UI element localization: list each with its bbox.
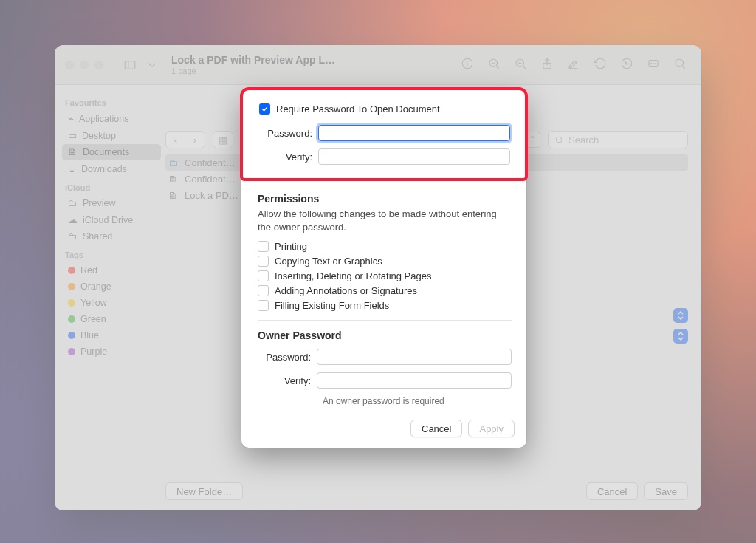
svg-point-16 [651, 64, 652, 64]
view-mode-icon[interactable]: ▦ [213, 131, 233, 148]
search-icon[interactable] [673, 57, 687, 72]
svg-line-20 [682, 66, 685, 69]
zoom-in-icon[interactable] [514, 57, 527, 72]
require-password-label: Require Password To Open Document [276, 103, 440, 115]
format-select-icon[interactable] [673, 308, 688, 323]
folder-icon: 🗀 [167, 157, 179, 168]
sidebar-group-tags: Tags [65, 250, 158, 259]
owner-verify-label: Verify: [258, 375, 317, 386]
owner-password-header: Owner Password [258, 329, 512, 341]
minimize-dot[interactable] [80, 61, 89, 69]
sidebar-group-icloud: iCloud [65, 183, 158, 192]
tag-dot-icon [68, 348, 75, 355]
svg-point-21 [556, 137, 562, 143]
owner-password-input[interactable] [317, 349, 512, 365]
chevron-left-icon[interactable]: ‹ [166, 132, 185, 148]
rotate-icon[interactable] [594, 57, 607, 72]
owner-password-label: Password: [258, 352, 317, 363]
window-subtitle: 1 page [171, 66, 335, 75]
sidebar-item-applications[interactable]: ⌁Applications [62, 110, 161, 127]
open-password-input[interactable] [318, 125, 510, 141]
svg-line-22 [561, 141, 563, 143]
highlight-icon[interactable] [567, 57, 580, 72]
open-password-verify-input[interactable] [318, 148, 510, 165]
svg-point-17 [653, 64, 654, 64]
dialog-cancel-button[interactable]: Cancel [410, 420, 462, 437]
folder-icon: 🗀 [68, 198, 78, 208]
permissions-blurb: Allow the following changes to be made w… [258, 208, 512, 233]
sidebar-item-preview[interactable]: 🗀Preview [62, 195, 161, 211]
perm-annotations-checkbox[interactable] [258, 285, 269, 296]
require-password-checkbox[interactable] [259, 103, 270, 115]
crop-icon[interactable] [647, 57, 660, 72]
app-icon: ⌁ [68, 113, 74, 124]
sidebar-tag-red[interactable]: Red [62, 262, 161, 279]
search-icon [554, 135, 564, 145]
owner-required-note: An owner password is required [323, 396, 512, 406]
sheet-save-button[interactable]: Save [644, 482, 688, 500]
perm-formfields-checkbox[interactable] [258, 300, 269, 311]
chevron-right-icon[interactable]: › [185, 132, 205, 148]
tag-dot-icon [68, 332, 75, 339]
file-icon: 🗎 [167, 189, 179, 201]
sidebar-item-desktop[interactable]: ▭Desktop [62, 127, 161, 144]
encryption-select-icon[interactable] [673, 329, 688, 344]
perm-label: Inserting, Deleting or Rotating Pages [275, 270, 431, 281]
zoom-out-icon[interactable] [487, 57, 501, 72]
perm-copying-checkbox[interactable] [258, 256, 269, 267]
password-dialog: Require Password To Open Document Passwo… [241, 89, 526, 448]
verify-label: Verify: [259, 151, 318, 163]
desktop-icon: ▭ [68, 130, 77, 141]
documents-icon: 🗎 [68, 147, 78, 157]
svg-point-19 [676, 59, 684, 67]
markup-icon[interactable] [620, 57, 633, 72]
window-title: Lock a PDF with Preview App L… [171, 54, 335, 66]
chevron-down-icon[interactable] [142, 55, 162, 75]
perm-label: Adding Annotations or Signatures [275, 285, 417, 296]
search-placeholder: Search [568, 134, 599, 146]
info-icon[interactable] [461, 57, 474, 72]
cloud-icon: ☁ [68, 214, 78, 225]
dialog-apply-button[interactable]: Apply [468, 420, 515, 437]
perm-label: Filling Existing Form Fields [275, 300, 389, 311]
require-password-section: Require Password To Open Document Passwo… [240, 87, 528, 181]
perm-label: Copying Text or Graphics [275, 256, 382, 267]
sidebar-tag-green[interactable]: Green [62, 311, 161, 327]
sidebar-item-documents[interactable]: 🗎Documents [62, 144, 161, 160]
sidebar-tag-orange[interactable]: Orange [62, 279, 161, 295]
owner-password-verify-input[interactable] [317, 372, 512, 389]
perm-inserting-checkbox[interactable] [258, 270, 269, 281]
downloads-icon: ⤓ [68, 163, 76, 174]
sidebar-tag-yellow[interactable]: Yellow [62, 295, 161, 311]
sidebar-group-favourites: Favourites [65, 98, 158, 107]
finder-sidebar: Favourites ⌁Applications ▭Desktop 🗎Docum… [55, 85, 165, 510]
new-folder-button[interactable]: New Folde… [165, 482, 243, 500]
nav-back-forward[interactable]: ‹ › [165, 131, 205, 148]
permissions-header: Permissions [258, 193, 512, 205]
sidebar-item-downloads[interactable]: ⤓Downloads [62, 160, 161, 177]
window-controls [65, 61, 103, 69]
sidebar-tag-purple[interactable]: Purple [62, 344, 161, 360]
tag-dot-icon [68, 299, 75, 307]
svg-point-4 [467, 61, 468, 62]
tag-dot-icon [68, 283, 75, 290]
close-dot[interactable] [65, 61, 74, 69]
tag-dot-icon [68, 315, 75, 323]
file-icon: 🗎 [167, 173, 179, 185]
shared-icon: 🗀 [68, 231, 78, 242]
perm-label: Printing [275, 241, 307, 252]
search-field[interactable]: Search [548, 131, 688, 148]
sidebar-item-shared[interactable]: 🗀Shared [62, 228, 161, 245]
sidebar-item-iclouddrive[interactable]: ☁iCloud Drive [62, 211, 161, 228]
password-label: Password: [259, 128, 318, 139]
svg-line-9 [523, 66, 526, 69]
sheet-cancel-button[interactable]: Cancel [586, 482, 638, 500]
sidebar-toggle-icon[interactable] [120, 55, 140, 75]
share-icon[interactable] [540, 57, 554, 72]
sidebar-tag-blue[interactable]: Blue [62, 327, 161, 344]
zoom-dot[interactable] [94, 61, 103, 69]
svg-point-18 [656, 64, 656, 64]
perm-printing-checkbox[interactable] [258, 241, 269, 252]
tag-dot-icon [68, 267, 75, 274]
titlebar: Lock a PDF with Preview App L… 1 page [55, 45, 701, 85]
